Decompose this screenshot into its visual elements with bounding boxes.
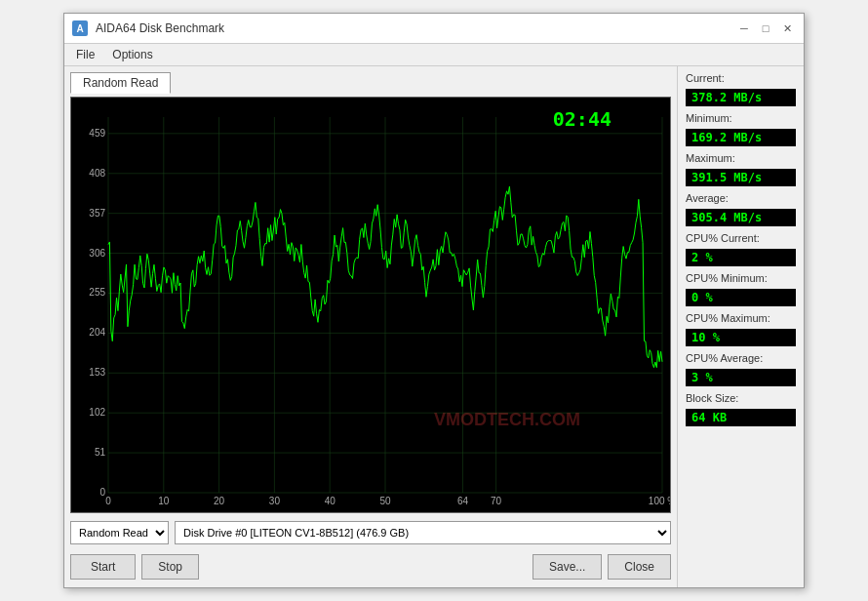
maximize-button[interactable]: □ — [757, 20, 774, 37]
current-value: 378.2 MB/s — [686, 89, 796, 106]
minimum-value: 169.2 MB/s — [686, 129, 796, 146]
cpu-minimum-label: CPU% Minimum: — [686, 272, 796, 284]
maximum-value: 391.5 MB/s — [686, 169, 796, 186]
app-icon: A — [72, 20, 88, 36]
stop-button[interactable]: Stop — [141, 554, 199, 580]
title-bar: A AIDA64 Disk Benchmark ─ □ ✕ — [64, 14, 804, 44]
chart-area: MB/s 02:44 — [70, 97, 671, 513]
block-size-value: 64 KB — [686, 409, 796, 426]
menu-bar: File Options — [64, 44, 804, 66]
menu-options[interactable]: Options — [104, 46, 160, 63]
title-bar-left: A AIDA64 Disk Benchmark — [72, 20, 224, 36]
average-label: Average: — [686, 192, 796, 204]
close-window-button[interactable]: ✕ — [778, 20, 796, 37]
button-row: Start Stop Save... Close — [70, 552, 671, 581]
cpu-current-label: CPU% Current: — [686, 232, 796, 244]
bottom-controls: Random Read Disk Drive #0 [LITEON CV1-8B… — [70, 517, 671, 548]
benchmark-chart — [71, 98, 670, 512]
cpu-current-value: 2 % — [686, 249, 796, 266]
cpu-average-label: CPU% Average: — [686, 352, 796, 364]
benchmark-type-select[interactable]: Random Read — [70, 521, 169, 544]
current-label: Current: — [686, 72, 796, 84]
window-title: AIDA64 Disk Benchmark — [96, 21, 224, 35]
cpu-average-value: 3 % — [686, 369, 796, 386]
content-area: Random Read MB/s 02:44 Random Read Disk … — [64, 66, 804, 587]
title-controls: ─ □ ✕ — [735, 20, 796, 37]
minimize-button[interactable]: ─ — [735, 20, 753, 37]
main-panel: Random Read MB/s 02:44 Random Read Disk … — [64, 66, 677, 587]
save-button[interactable]: Save... — [533, 554, 602, 580]
start-button[interactable]: Start — [70, 554, 136, 580]
menu-file[interactable]: File — [68, 46, 102, 63]
drive-select[interactable]: Disk Drive #0 [LITEON CV1-8B512] (476.9 … — [175, 521, 671, 544]
average-value: 305.4 MB/s — [686, 209, 796, 226]
main-window: A AIDA64 Disk Benchmark ─ □ ✕ File Optio… — [63, 13, 805, 588]
tab-bar: Random Read — [70, 72, 671, 93]
maximum-label: Maximum: — [686, 152, 796, 164]
block-size-label: Block Size: — [686, 392, 796, 404]
cpu-minimum-value: 0 % — [686, 289, 796, 306]
cpu-maximum-value: 10 % — [686, 329, 796, 346]
close-button[interactable]: Close — [608, 554, 671, 580]
cpu-maximum-label: CPU% Maximum: — [686, 312, 796, 324]
right-panel: Current: 378.2 MB/s Minimum: 169.2 MB/s … — [677, 66, 804, 587]
minimum-label: Minimum: — [686, 112, 796, 124]
timer-display: 02:44 — [553, 107, 612, 131]
tab-random-read[interactable]: Random Read — [70, 72, 171, 94]
